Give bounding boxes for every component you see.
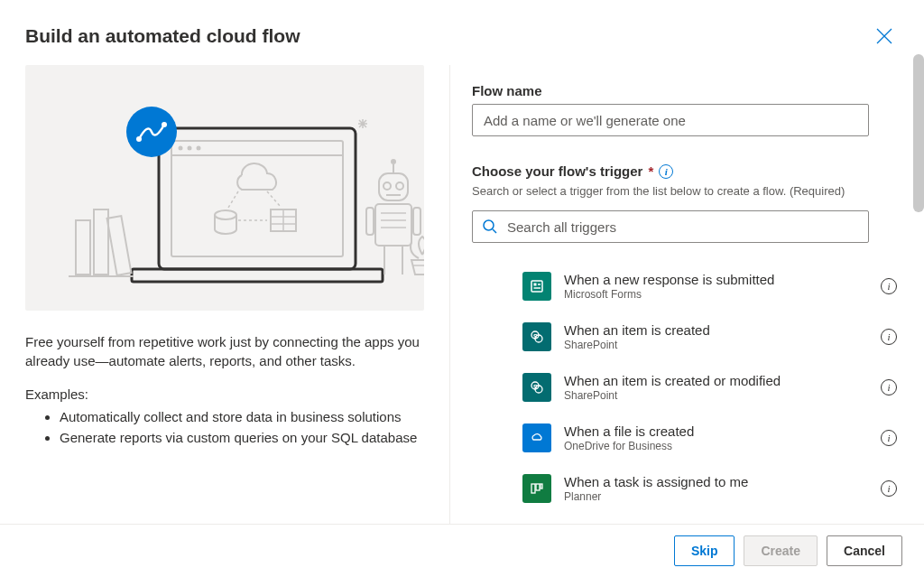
sharepoint-icon: S [522,373,551,402]
svg-point-22 [383,182,391,190]
trigger-item-planner-task-assigned[interactable]: When a task is assigned to me Planner i [522,463,897,514]
svg-text:S: S [533,333,538,340]
svg-rect-25 [375,204,411,246]
trigger-text: When a task is assigned to me Planner [564,474,868,503]
trigger-section-label: Choose your flow's trigger * i [472,163,913,179]
skip-button[interactable]: Skip [674,535,735,566]
example-item: Automatically collect and store data in … [60,407,424,428]
description-text: Free yourself from repetitive work just … [25,332,424,370]
trigger-list: When a new response is submitted Microso… [472,261,913,514]
trigger-title: When a new response is submitted [564,272,868,288]
close-button[interactable] [870,22,899,51]
svg-text:S: S [533,384,538,390]
svg-point-19 [391,159,396,164]
trigger-sublabel: Search or select a trigger from the list… [472,184,913,198]
svg-rect-48 [541,484,542,489]
svg-line-35 [493,229,496,233]
cancel-button[interactable]: Cancel [827,535,902,566]
sharepoint-icon: S [522,322,551,351]
trigger-title: When an item is created [564,322,868,339]
svg-rect-37 [534,284,537,286]
trigger-text: When a file is created OneDrive for Busi… [564,423,868,452]
svg-point-7 [215,210,236,219]
svg-point-3 [179,146,183,151]
examples-list: Automatically collect and store data in … [25,407,424,448]
trigger-info-icon[interactable]: i [881,329,897,345]
trigger-title: When an item is created or modified [564,373,868,389]
required-indicator: * [648,163,653,179]
flow-name-input[interactable] [472,104,869,136]
dialog-build-flow: Build an automated cloud flow [0,0,924,577]
search-icon [482,219,498,235]
trigger-info-icon[interactable]: i [881,278,897,294]
svg-rect-46 [531,484,535,493]
svg-rect-15 [76,220,90,275]
trigger-item-sharepoint-item-created-modified[interactable]: S When an item is created or modified Sh… [522,362,897,413]
svg-rect-30 [413,208,420,235]
svg-point-14 [162,122,167,127]
trigger-connector: SharePoint [564,389,868,402]
dialog-title: Build an automated cloud flow [25,25,300,47]
svg-point-5 [197,146,201,151]
trigger-connector: SharePoint [564,339,868,351]
create-button[interactable]: Create [744,535,818,566]
close-icon [876,28,892,44]
trigger-connector: Planner [564,490,868,503]
trigger-info-icon[interactable]: i [881,379,897,396]
planner-icon [522,474,551,503]
trigger-title: When a task is assigned to me [564,474,868,490]
example-item: Generate reports via custom queries on y… [60,428,424,449]
dialog-footer: Skip Create Cancel [0,524,924,577]
trigger-text: When an item is created or modified Shar… [564,373,868,402]
svg-point-23 [396,182,403,190]
trigger-info-icon[interactable]: i [881,430,897,446]
flow-name-label: Flow name [472,83,913,98]
info-icon[interactable]: i [659,164,673,179]
right-panel: Flow name Choose your flow's trigger * i… [449,65,924,524]
examples-label: Examples: [25,386,424,402]
svg-point-4 [188,146,192,151]
scrollbar[interactable] [913,65,924,212]
dialog-body: Free yourself from repetitive work just … [0,65,924,524]
svg-point-13 [136,136,142,142]
svg-rect-47 [536,484,540,490]
dialog-header: Build an automated cloud flow [0,0,924,65]
left-panel: Free yourself from repetitive work just … [0,65,449,524]
onedrive-icon [522,423,551,452]
trigger-item-sharepoint-item-created[interactable]: S When an item is created SharePoint i [522,312,897,362]
trigger-item-onedrive-file-created[interactable]: When a file is created OneDrive for Busi… [522,413,897,463]
svg-point-34 [484,220,494,230]
svg-rect-36 [531,281,542,292]
trigger-item-forms-new-response[interactable]: When a new response is submitted Microso… [522,261,897,312]
svg-rect-1 [171,141,343,256]
trigger-connector: OneDrive for Business [564,440,868,452]
svg-rect-17 [107,216,132,275]
trigger-title: When a file is created [564,423,868,440]
svg-rect-6 [132,269,383,282]
svg-rect-29 [366,208,374,235]
svg-rect-16 [94,209,108,275]
trigger-text: When a new response is submitted Microso… [564,272,868,301]
trigger-search-field[interactable] [507,219,859,235]
trigger-connector: Microsoft Forms [564,288,868,301]
trigger-text: When an item is created SharePoint [564,322,868,351]
trigger-info-icon[interactable]: i [881,480,897,497]
forms-icon [522,272,551,301]
trigger-search-input[interactable] [472,210,869,243]
flow-illustration [25,65,424,311]
